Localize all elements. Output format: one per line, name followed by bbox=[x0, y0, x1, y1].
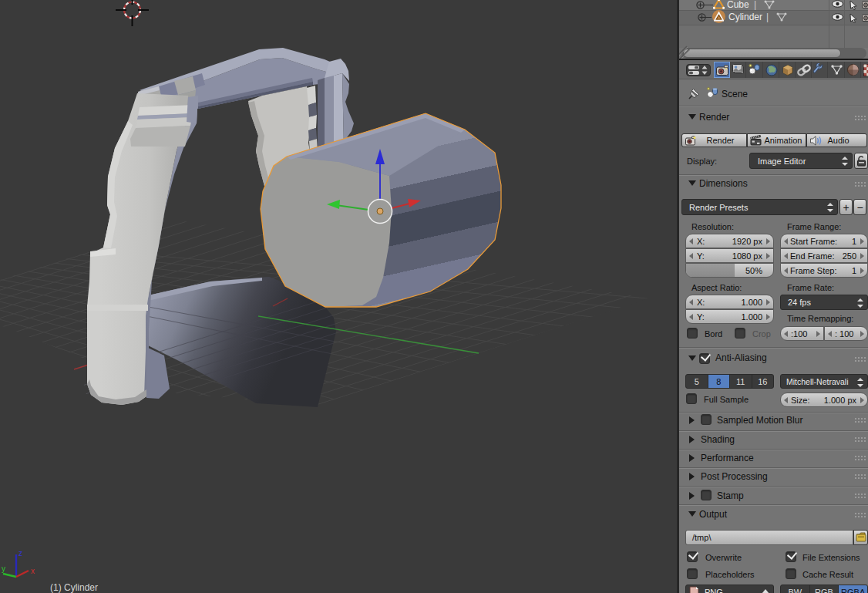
svg-text:y: y bbox=[2, 564, 5, 573]
svg-text:x: x bbox=[31, 567, 35, 575]
svg-text:z: z bbox=[19, 549, 22, 558]
svg-text:(1) Cylinder: (1) Cylinder bbox=[50, 582, 98, 593]
